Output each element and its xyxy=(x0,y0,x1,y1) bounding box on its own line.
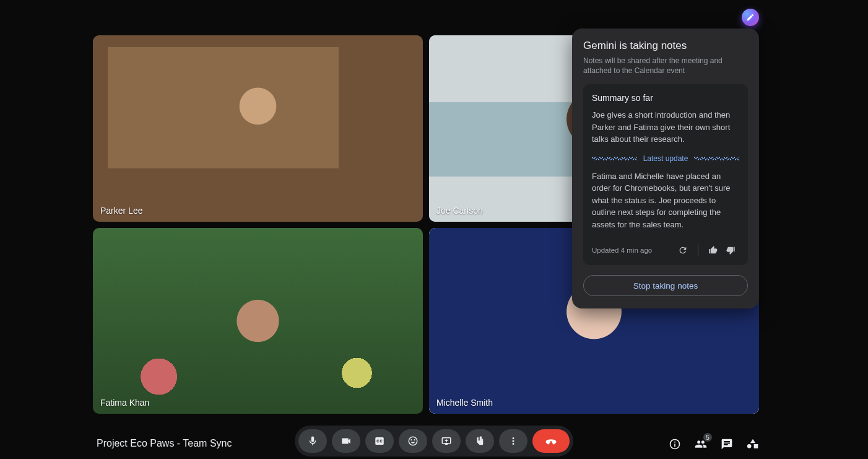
more-options-button[interactable] xyxy=(499,429,527,453)
emoji-icon xyxy=(407,435,419,447)
shapes-icon xyxy=(747,438,759,450)
chat-icon xyxy=(721,438,733,450)
camera-button[interactable] xyxy=(332,429,360,453)
video-placeholder xyxy=(93,228,423,414)
gemini-notes-panel: Gemini is taking notes Notes will be sha… xyxy=(572,28,759,308)
participant-tile-fatima[interactable]: Fatima Khan xyxy=(93,228,423,414)
meeting-title: Project Eco Paws - Team Sync xyxy=(97,438,232,449)
info-icon xyxy=(669,438,681,450)
mic-button[interactable] xyxy=(298,429,327,453)
panel-title: Gemini is taking notes xyxy=(583,40,748,52)
participant-name: Parker Lee xyxy=(100,206,142,216)
call-controls xyxy=(295,426,573,457)
reactions-button[interactable] xyxy=(399,429,427,453)
thumbs-up-icon xyxy=(708,245,718,255)
hand-icon xyxy=(474,435,485,447)
more-vert-icon xyxy=(508,435,519,447)
participant-name: Fatima Khan xyxy=(100,398,149,408)
refresh-icon xyxy=(678,245,688,255)
stop-taking-notes-button[interactable]: Stop taking notes xyxy=(583,275,748,296)
activities-button[interactable] xyxy=(747,438,759,450)
people-button[interactable]: 5 xyxy=(695,438,707,450)
captions-button[interactable] xyxy=(365,429,394,453)
summary-heading: Summary so far xyxy=(592,93,739,103)
end-call-button[interactable] xyxy=(532,429,570,453)
meeting-info-button[interactable] xyxy=(669,438,681,450)
latest-update-text: Fatima and Michelle have placed an order… xyxy=(592,170,739,231)
participant-tile-parker[interactable]: Parker Lee xyxy=(93,35,423,222)
call-end-icon xyxy=(544,434,558,448)
thumbs-down-icon xyxy=(726,245,736,255)
raise-hand-button[interactable] xyxy=(466,429,494,453)
summary-timestamp: Updated 4 min ago xyxy=(592,247,674,254)
microphone-icon xyxy=(307,435,318,447)
gemini-fab-button[interactable] xyxy=(742,9,759,26)
latest-update-divider: Latest update xyxy=(592,154,739,163)
closed-caption-icon xyxy=(374,435,385,447)
thumbs-down-button[interactable] xyxy=(722,242,739,259)
videocam-icon xyxy=(341,435,352,447)
participant-name: Michelle Smith xyxy=(436,398,493,408)
wave-line-icon xyxy=(694,157,739,160)
pencil-sparkle-icon xyxy=(746,13,755,22)
panel-subtitle: Notes will be shared after the meeting a… xyxy=(583,56,748,76)
divider-label: Latest update xyxy=(643,154,688,163)
refresh-button[interactable] xyxy=(674,242,692,259)
summary-card: Summary so far Joe gives a short introdu… xyxy=(583,84,748,265)
people-count-badge: 5 xyxy=(703,433,712,442)
thumbs-up-button[interactable] xyxy=(705,242,722,259)
chat-button[interactable] xyxy=(721,438,733,450)
summary-text: Joe gives a short introduction and then … xyxy=(592,109,739,146)
wave-line-icon xyxy=(592,157,637,160)
separator xyxy=(698,244,698,256)
participant-name: Joe Carlson xyxy=(436,206,483,216)
right-bar: 5 xyxy=(669,438,759,450)
present-screen-icon xyxy=(441,435,452,447)
present-button[interactable] xyxy=(432,429,461,453)
video-placeholder xyxy=(93,35,423,222)
